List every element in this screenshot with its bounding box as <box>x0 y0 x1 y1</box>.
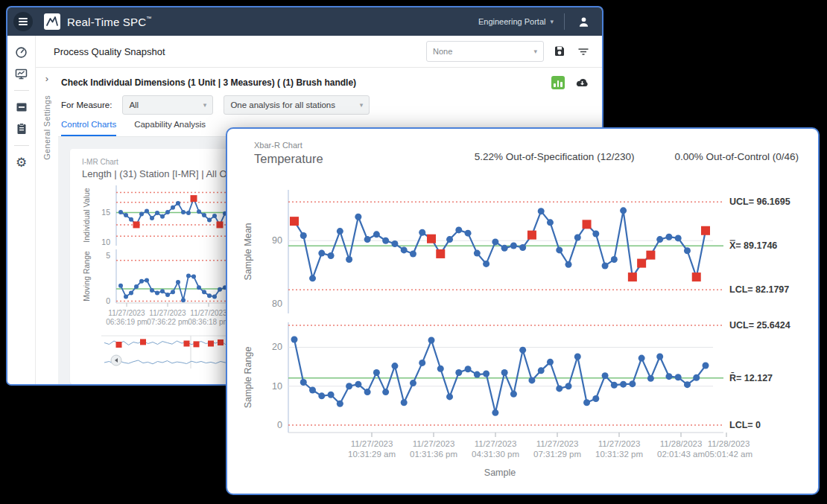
svg-text:0: 0 <box>277 420 282 430</box>
svg-text:R̄= 12.127: R̄= 12.127 <box>729 372 773 383</box>
chevron-down-icon: ▾ <box>550 18 554 25</box>
svg-text:20: 20 <box>272 342 282 352</box>
chart-statistics: 5.22% Out-of-Specification (12/230) 0.00… <box>475 151 799 162</box>
topbar-divider <box>564 13 565 30</box>
desktop-stage: Real-Time SPC™ Engineering Portal ▾ <box>0 0 827 504</box>
svg-text:11/27/2023: 11/27/2023 <box>536 439 579 448</box>
app-topbar: Real-Time SPC™ Engineering Portal ▾ <box>7 7 602 36</box>
xbar-r-chart-window: Xbar-R Chart Temperature 5.22% Out-of-Sp… <box>226 127 820 495</box>
measure-select[interactable]: All ▾ <box>122 95 213 115</box>
svg-text:07:36:22 pm: 07:36:22 pm <box>147 318 188 326</box>
app-logo-icon <box>44 13 60 30</box>
user-account-icon[interactable] <box>575 13 592 30</box>
tab-capability-analysis[interactable]: Capability Analysis <box>134 120 206 136</box>
svg-text:5: 5 <box>106 251 110 260</box>
page-title: Process Quality Snapshot <box>54 46 165 57</box>
svg-text:LCL= 82.1797: LCL= 82.1797 <box>729 284 789 295</box>
rail-divider <box>14 145 29 146</box>
svg-text:05:01:42 am: 05:01:42 am <box>705 450 752 459</box>
tab-control-charts[interactable]: Control Charts <box>61 120 116 136</box>
out-of-spec-stat: 5.22% Out-of-Specification (12/230) <box>475 151 635 162</box>
dashboard-gauge-icon[interactable] <box>15 45 28 59</box>
svg-text:UCL= 25.6424: UCL= 25.6424 <box>729 320 790 331</box>
xbar-r-chart-svg[interactable]: 8090UCL= 96.1695X̿= 89.1746LCL= 82.17970… <box>241 179 813 488</box>
monitor-chart-icon[interactable] <box>15 67 28 80</box>
xbar-r-type-label: Xbar-R Chart <box>254 141 302 150</box>
svg-text:LCL= 0: LCL= 0 <box>729 420 761 430</box>
expand-chevron-icon[interactable]: › <box>45 74 48 83</box>
xbar-r-title: Temperature <box>254 152 323 166</box>
svg-text:11/27/2023: 11/27/2023 <box>413 439 455 448</box>
svg-text:80: 80 <box>272 299 282 309</box>
chart-view-button[interactable] <box>551 76 565 89</box>
svg-text:UCL= 96.1695: UCL= 96.1695 <box>729 197 790 207</box>
svg-text:Individual Value: Individual Value <box>82 188 91 243</box>
menu-button[interactable] <box>13 12 33 31</box>
svg-text:15: 15 <box>101 208 110 217</box>
rail-divider <box>14 90 29 91</box>
svg-text:10:31:29 am: 10:31:29 am <box>348 450 396 459</box>
svg-text:Sample: Sample <box>484 468 516 478</box>
general-settings-label: General Settings <box>42 95 51 160</box>
chevron-down-icon: ▾ <box>533 48 537 55</box>
svg-text:11/27/2023: 11/27/2023 <box>475 439 517 448</box>
svg-text:10:31:32 pm: 10:31:32 pm <box>595 450 643 459</box>
filter-icon[interactable] <box>575 43 592 60</box>
save-button[interactable] <box>551 43 568 60</box>
svg-text:11/27/2023: 11/27/2023 <box>149 309 186 317</box>
general-settings-strip: › General Settings <box>36 68 58 384</box>
svg-text:11/27/2023: 11/27/2023 <box>190 309 227 317</box>
svg-text:90: 90 <box>272 235 282 246</box>
svg-text:01:31:36 pm: 01:31:36 pm <box>410 450 457 459</box>
snapshot-preset-select[interactable]: None ▾ <box>426 41 544 62</box>
svg-text:11/27/2023: 11/27/2023 <box>598 439 641 448</box>
svg-text:02:01:43 am: 02:01:43 am <box>657 450 705 459</box>
svg-text:10: 10 <box>101 237 110 246</box>
svg-text:Sample Mean: Sample Mean <box>243 223 253 280</box>
svg-text:Sample Range: Sample Range <box>243 347 253 409</box>
portal-selector[interactable]: Engineering Portal ▾ <box>478 17 554 26</box>
svg-text:11/28/2023: 11/28/2023 <box>708 439 750 448</box>
cloud-download-button[interactable] <box>574 74 590 91</box>
stations-analysis-select[interactable]: One analysis for all stations ▾ <box>224 95 370 115</box>
svg-text:0: 0 <box>106 296 110 305</box>
svg-text:11/27/2023: 11/27/2023 <box>108 309 145 317</box>
analysis-title: Check Individual Dimensions (1 Unit | 3 … <box>61 77 356 88</box>
inbox-box-icon[interactable] <box>15 101 28 114</box>
app-title: Real-Time SPC™ <box>67 16 151 28</box>
svg-text:08:36:18 pm: 08:36:18 pm <box>188 318 229 326</box>
chevron-down-icon: ▾ <box>203 101 207 109</box>
clipboard-icon[interactable] <box>15 122 28 135</box>
svg-text:04:31:30 pm: 04:31:30 pm <box>472 450 519 459</box>
svg-text:X̿= 89.1746: X̿= 89.1746 <box>729 240 777 251</box>
svg-text:06:36:19 pm: 06:36:19 pm <box>106 318 148 326</box>
svg-text:10: 10 <box>272 381 282 392</box>
settings-gear-icon[interactable]: ⚙ <box>15 156 28 169</box>
chevron-down-icon: ▾ <box>360 101 364 109</box>
page-header: Process Quality Snapshot None ▾ <box>36 36 602 68</box>
out-of-control-stat: 0.00% Out-of-Control (0/46) <box>674 151 799 162</box>
svg-text:11/28/2023: 11/28/2023 <box>660 439 703 448</box>
svg-text:07:31:29 pm: 07:31:29 pm <box>533 450 581 459</box>
left-icon-rail: ⚙ <box>7 36 36 384</box>
svg-text:11/27/2023: 11/27/2023 <box>351 439 393 448</box>
for-measure-label: For Measure: <box>61 101 112 109</box>
svg-text:Moving Range: Moving Range <box>82 251 91 302</box>
